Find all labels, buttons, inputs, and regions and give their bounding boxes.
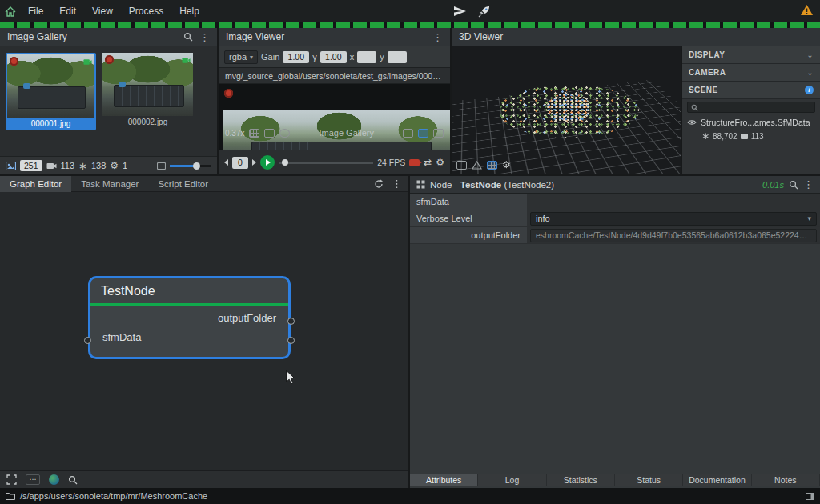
thumbnail-photo — [7, 54, 94, 118]
gain-input[interactable]: 1.00 — [283, 51, 309, 63]
viewer-menu-icon[interactable]: ⋮ — [432, 32, 443, 42]
export-icon[interactable] — [403, 129, 413, 138]
viewer-overlay-toolbar: 0.37x Image Gallery — [222, 126, 447, 140]
minimap-orb-icon[interactable] — [49, 474, 59, 485]
grid-toggle-icon[interactable] — [249, 129, 259, 138]
channel-select[interactable]: rgba ▾ — [224, 50, 258, 64]
graph-search-icon[interactable] — [68, 475, 78, 485]
camera-count: 113 — [61, 161, 75, 170]
home-icon[interactable] — [5, 6, 16, 17]
gallery-thumbnail-selected[interactable]: 000001.jpg — [6, 53, 96, 130]
gallery-grid: 000001.jpg 000002.jpg — [0, 46, 217, 156]
menu-process[interactable]: Process — [122, 0, 171, 22]
thumb-size-slider[interactable] — [170, 165, 211, 167]
player-settings-icon[interactable]: ⚙ — [436, 158, 444, 167]
scene-section-label: SCENE — [689, 86, 718, 94]
image-viewer-panel: Image Viewer ⋮ rgba ▾ Gain 1.00 γ 1.00 x… — [219, 28, 450, 174]
feature-count: 138 — [91, 161, 106, 170]
tab-task-manager[interactable]: Task Manager — [71, 176, 148, 192]
media-item[interactable]: StructureFro...ames.SfMData — [682, 115, 820, 130]
menu-edit[interactable]: Edit — [52, 0, 83, 22]
tab-status[interactable]: Status — [615, 474, 683, 486]
refresh-icon[interactable] — [374, 179, 384, 189]
tab-log[interactable]: Log — [478, 474, 546, 486]
gallery-footer: 251 113 ∗ 138 ⚙ 1 — [0, 156, 217, 174]
scene-search-input[interactable] — [687, 102, 815, 113]
tab-notes[interactable]: Notes — [752, 474, 820, 486]
attribute-search-icon[interactable] — [789, 180, 798, 190]
display-section-label: DISPLAY — [689, 50, 725, 59]
camera-section[interactable]: CAMERA ⌄ — [682, 64, 820, 82]
viewer-canvas[interactable]: 0.37x Image Gallery — [219, 84, 450, 150]
search-icon[interactable] — [183, 32, 193, 42]
image-count-icon — [6, 162, 16, 170]
record-icon[interactable] — [409, 159, 420, 166]
graph-menu-icon[interactable]: ⋮ — [392, 178, 402, 189]
loop-icon[interactable]: ⇄ — [424, 158, 432, 167]
output-pin[interactable] — [287, 318, 295, 325]
warning-icon[interactable] — [800, 4, 814, 16]
chevron-down-icon: ▾ — [807, 214, 811, 222]
more-options-icon[interactable]: ⋯ — [26, 474, 40, 485]
thumb-size-icon[interactable] — [157, 162, 166, 170]
tab-documentation[interactable]: Documentation — [683, 474, 751, 486]
gallery-menu-icon[interactable]: ⋮ — [199, 32, 210, 42]
metadata-icon[interactable] — [433, 129, 444, 138]
thumbnail-status-icon — [10, 57, 18, 66]
histogram-icon[interactable] — [418, 129, 428, 138]
node-editor-panel: Node - TestNode (TestNode2) 0.01s ⋮ sfmD… — [410, 176, 820, 488]
viewport-3d[interactable]: ⚙ — [452, 46, 681, 174]
node-header-name: TestNode — [460, 180, 502, 190]
coord-x-input[interactable] — [357, 51, 376, 63]
prev-frame-icon[interactable] — [224, 159, 228, 166]
chevron-down-icon: ▾ — [250, 54, 253, 61]
next-frame-icon[interactable] — [252, 159, 256, 166]
verbose-level-dropdown[interactable]: info ▾ — [530, 212, 817, 226]
solid-mode-icon[interactable] — [456, 161, 467, 170]
media-name: StructureFro...ames.SfMData — [701, 118, 810, 127]
node-title: TestNode — [90, 278, 288, 303]
timeline-slider[interactable] — [279, 162, 373, 164]
sequence-player: 0 24 FPS ⇄ ⚙ — [219, 150, 450, 174]
input-pin[interactable] — [84, 337, 91, 344]
frame-toggle-icon[interactable] — [264, 129, 275, 138]
meshroom-window: File Edit View Process Help Im — [0, 0, 820, 504]
output-pin[interactable] — [287, 337, 295, 344]
node-status-bar — [90, 303, 288, 306]
visibility-eye-icon[interactable] — [687, 119, 697, 126]
menu-file[interactable]: File — [21, 0, 50, 22]
display-section[interactable]: DISPLAY ⌄ — [682, 46, 820, 64]
graph-node-testnode[interactable]: TestNode outputFolder sfmData — [88, 276, 291, 359]
play-button[interactable] — [260, 155, 275, 170]
sfm-mode-icon[interactable] — [487, 161, 497, 170]
attribute-row: Verbose Level info ▾ — [410, 210, 820, 227]
gamma-input[interactable]: 1.00 — [320, 51, 347, 63]
barrel-shape — [23, 83, 30, 89]
compute-rocket-icon[interactable] — [478, 6, 491, 18]
error-count: 1 — [123, 161, 127, 170]
node-editor-tabs: Attributes Log Statistics Status Documen… — [410, 474, 820, 486]
info-icon[interactable]: i — [805, 86, 814, 94]
graph-canvas[interactable]: TestNode outputFolder sfmData — [0, 192, 408, 470]
tab-graph-editor[interactable]: Graph Editor — [0, 176, 71, 192]
viewport-settings-icon[interactable]: ⚙ — [502, 160, 511, 170]
coord-y-input[interactable] — [388, 51, 407, 63]
menu-view[interactable]: View — [85, 0, 120, 22]
wireframe-mode-icon[interactable] — [472, 161, 482, 170]
tab-statistics[interactable]: Statistics — [547, 474, 615, 486]
frame-input[interactable]: 0 — [232, 157, 248, 169]
submit-icon[interactable] — [453, 6, 467, 17]
statusbar-panel-icon[interactable] — [806, 493, 814, 500]
menu-help[interactable]: Help — [172, 0, 207, 22]
fit-view-icon[interactable] — [6, 474, 17, 485]
attr-value-sfmdata[interactable] — [527, 194, 820, 210]
tab-script-editor[interactable]: Script Editor — [148, 176, 218, 192]
image-gallery-header: Image Gallery ⋮ — [0, 28, 217, 46]
outputfolder-value[interactable]: eshroomCache/TestNode/4d9d49f7b0e53565ab… — [530, 229, 817, 242]
status-bar: /s/apps/users/sonoleta/tmp/mr/MeshroomCa… — [0, 488, 820, 504]
scene-section[interactable]: SCENE i — [682, 82, 820, 99]
gallery-thumbnail[interactable]: 000002.jpg — [102, 53, 193, 130]
lens-icon[interactable] — [279, 129, 290, 138]
tab-attributes[interactable]: Attributes — [410, 474, 478, 486]
node-editor-menu-icon[interactable]: ⋮ — [803, 179, 814, 190]
